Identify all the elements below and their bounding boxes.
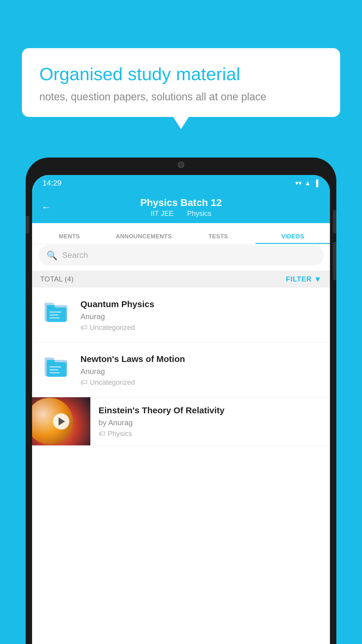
item-tag: 🏷 Physics bbox=[99, 430, 324, 438]
filter-bar: TOTAL (4) FILTER ▼ bbox=[32, 271, 330, 288]
filter-button[interactable]: FILTER ▼ bbox=[286, 275, 322, 284]
svg-rect-5 bbox=[50, 314, 58, 316]
status-time: 14:29 bbox=[43, 178, 61, 188]
item-thumbnail bbox=[40, 298, 72, 324]
signal-icon: ▲ bbox=[305, 179, 311, 187]
tag-icon: 🏷 bbox=[80, 323, 87, 332]
camera bbox=[178, 162, 184, 168]
item-title: Einstein's Theory Of Relativity bbox=[99, 405, 324, 415]
bubble-subtitle: notes, question papers, solutions all at… bbox=[39, 91, 323, 103]
item-thumbnail bbox=[40, 353, 72, 379]
speech-bubble: Organised study material notes, question… bbox=[22, 48, 340, 117]
header-subtitle: IIT JEE Physics bbox=[148, 209, 214, 218]
tag-icon: 🏷 bbox=[99, 430, 106, 438]
video-list: Quantum Physics Anurag 🏷 Uncategorized bbox=[32, 288, 330, 644]
tabs-bar: MENTS ANNOUNCEMENTS TESTS VIDEOS bbox=[32, 223, 330, 244]
svg-rect-6 bbox=[50, 317, 60, 318]
item-tag: 🏷 Uncategorized bbox=[80, 323, 322, 332]
svg-rect-3 bbox=[47, 305, 55, 309]
svg-rect-13 bbox=[50, 372, 60, 373]
header-title: Physics Batch 12 bbox=[140, 197, 222, 208]
search-bar[interactable]: 🔍 Search bbox=[38, 245, 324, 265]
item-title: Newton's Laws of Motion bbox=[80, 354, 322, 364]
item-info: Newton's Laws of Motion Anurag 🏷 Uncateg… bbox=[80, 353, 322, 386]
tab-tests[interactable]: TESTS bbox=[181, 233, 256, 244]
search-icon: 🔍 bbox=[47, 250, 57, 260]
item-author: by Anurag bbox=[99, 418, 324, 427]
list-item[interactable]: Newton's Laws of Motion Anurag 🏷 Uncateg… bbox=[32, 342, 330, 397]
wifi-icon: ▾▾ bbox=[295, 179, 302, 187]
video-thumbnail-image bbox=[32, 397, 90, 445]
list-item[interactable]: Quantum Physics Anurag 🏷 Uncategorized bbox=[32, 288, 330, 342]
folder-icon bbox=[43, 299, 69, 323]
battery-icon: ▐ bbox=[314, 179, 318, 187]
status-bar: 14:29 ▾▾ ▲ ▐ bbox=[32, 175, 330, 191]
play-triangle-icon bbox=[59, 417, 65, 426]
tag-icon: 🏷 bbox=[80, 378, 87, 386]
app-header: ← Physics Batch 12 IIT JEE Physics bbox=[32, 191, 330, 223]
svg-rect-10 bbox=[47, 360, 55, 363]
status-icons: ▾▾ ▲ ▐ bbox=[295, 179, 318, 187]
power-button-top bbox=[333, 210, 336, 233]
tab-ments[interactable]: MENTS bbox=[32, 233, 107, 244]
folder-icon bbox=[43, 354, 69, 378]
tab-videos[interactable]: VIDEOS bbox=[256, 233, 330, 244]
header-subtitle-physics: Physics bbox=[187, 209, 211, 217]
filter-funnel-icon: ▼ bbox=[314, 275, 322, 284]
power-button-bottom bbox=[333, 242, 336, 280]
total-label: TOTAL (4) bbox=[40, 275, 74, 283]
svg-rect-12 bbox=[50, 369, 58, 370]
item-tag: 🏷 Uncategorized bbox=[80, 378, 322, 386]
item-title: Quantum Physics bbox=[80, 299, 322, 309]
volume-button bbox=[26, 216, 29, 233]
background: Organised study material notes, question… bbox=[0, 0, 362, 644]
filter-label: FILTER bbox=[286, 275, 312, 283]
phone-screen: 14:29 ▾▾ ▲ ▐ ← Physics Batch 12 IIT JEE … bbox=[32, 175, 330, 644]
item-author: Anurag bbox=[80, 312, 322, 321]
play-button[interactable] bbox=[53, 413, 69, 430]
tab-announcements[interactable]: ANNOUNCEMENTS bbox=[107, 233, 181, 244]
notch bbox=[155, 158, 207, 174]
search-placeholder: Search bbox=[62, 251, 88, 260]
back-button[interactable]: ← bbox=[41, 202, 51, 213]
svg-rect-11 bbox=[50, 366, 61, 368]
item-info: Einstein's Theory Of Relativity by Anura… bbox=[90, 397, 330, 444]
header-subtitle-iit: IIT JEE bbox=[151, 209, 173, 217]
item-info: Quantum Physics Anurag 🏷 Uncategorized bbox=[80, 298, 322, 332]
phone-frame: 14:29 ▾▾ ▲ ▐ ← Physics Batch 12 IIT JEE … bbox=[26, 158, 336, 644]
item-author: Anurag bbox=[80, 367, 322, 376]
svg-rect-4 bbox=[50, 312, 61, 313]
list-item[interactable]: Einstein's Theory Of Relativity by Anura… bbox=[32, 397, 330, 446]
bubble-title: Organised study material bbox=[39, 63, 323, 85]
